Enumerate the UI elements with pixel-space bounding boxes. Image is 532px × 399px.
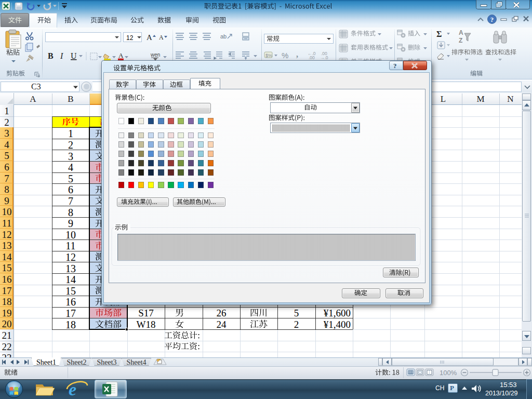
svg-text:I: I [60,51,63,60]
svg-text:B: B [48,51,54,60]
svg-text:?: ? [490,16,494,23]
svg-text:A: A [147,33,152,42]
svg-text:.00: .00 [309,55,315,60]
svg-text:ab: ab [220,33,227,39]
svg-text:Z: Z [459,37,462,44]
svg-text:%: % [282,51,288,60]
svg-text:,: , [296,50,298,59]
svg-text:A: A [459,29,463,36]
svg-text:wen: wen [150,52,160,58]
svg-text:A: A [118,51,124,59]
svg-text:%: % [268,53,272,58]
svg-text:Σ: Σ [436,30,442,38]
svg-text:U: U [71,51,77,60]
svg-text:A: A [159,34,164,41]
svg-text:→.0: →.0 [320,55,328,60]
